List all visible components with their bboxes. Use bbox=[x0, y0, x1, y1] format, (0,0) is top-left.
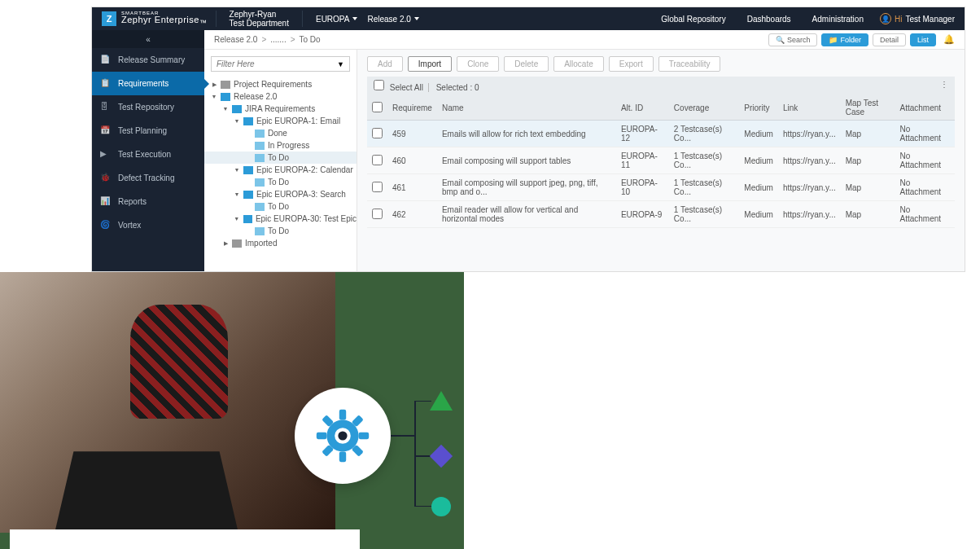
table-row[interactable]: 461 Email composing will support jpeg, p… bbox=[367, 174, 955, 201]
tree-epic-europa-3[interactable]: ▼Epic EUROPA-3: Search bbox=[204, 188, 357, 200]
sidebar-item-summary[interactable]: 📄Release Summary bbox=[92, 48, 204, 72]
nav-global-repository[interactable]: Global Repository bbox=[656, 15, 730, 24]
tree-project-requirements[interactable]: ▶Project Requirements bbox=[204, 78, 357, 90]
cell-link[interactable]: https://ryan.y... bbox=[778, 174, 841, 201]
tree-in-progress[interactable]: In Progress bbox=[204, 139, 357, 152]
repository-icon: 🗄 bbox=[100, 102, 112, 113]
col-coverage[interactable]: Coverage bbox=[669, 95, 739, 121]
import-button[interactable]: Import bbox=[408, 56, 452, 72]
row-checkbox[interactable] bbox=[372, 128, 383, 138]
cell-coverage[interactable]: 1 Testcase(s) Co... bbox=[669, 147, 739, 174]
nav-dashboards[interactable]: Dashboards bbox=[742, 15, 796, 24]
crumb-release[interactable]: Release 2.0 bbox=[214, 35, 257, 44]
cell-link[interactable]: https://ryan.y... bbox=[778, 147, 841, 174]
sidebar-item-planning[interactable]: 📅Test Planning bbox=[92, 119, 204, 143]
col-priority[interactable]: Priority bbox=[739, 95, 778, 121]
select-all-checkbox[interactable] bbox=[374, 80, 384, 90]
col-attachment[interactable]: Attachment bbox=[895, 95, 955, 121]
cell-coverage[interactable]: 1 Testcase(s) Co... bbox=[669, 201, 739, 228]
more-icon[interactable]: ⋮ bbox=[940, 80, 948, 89]
sidebar-item-vortex[interactable]: 🌀Vortex bbox=[92, 213, 204, 237]
user-hi: Hi bbox=[895, 15, 902, 24]
bell-icon[interactable]: 🔔 bbox=[943, 34, 955, 45]
cell-coverage[interactable]: 2 Testcase(s) Co... bbox=[669, 121, 739, 147]
nav-administration[interactable]: Administration bbox=[807, 15, 868, 24]
cell-coverage[interactable]: 1 Testcase(s) Co... bbox=[669, 174, 739, 201]
sidebar-collapse[interactable]: « bbox=[92, 30, 204, 48]
decorative-photo bbox=[0, 272, 335, 533]
cell-link[interactable]: https://ryan.y... bbox=[778, 201, 841, 228]
tree-to-do[interactable]: To Do bbox=[204, 152, 357, 164]
col-altid[interactable]: Alt. ID bbox=[616, 95, 669, 121]
allocate-button[interactable]: Allocate bbox=[553, 56, 604, 72]
filter-input[interactable] bbox=[217, 59, 337, 68]
delete-button[interactable]: Delete bbox=[504, 56, 549, 72]
row-checkbox[interactable] bbox=[372, 182, 383, 192]
sidebar-item-execution[interactable]: ▶Test Execution bbox=[92, 143, 204, 166]
tree-epic-europa-2[interactable]: ▼Epic EUROPA-2: Calendar bbox=[204, 164, 357, 176]
tree-imported[interactable]: ▶Imported bbox=[204, 237, 357, 249]
cell-map[interactable]: Map bbox=[841, 201, 895, 228]
row-checkbox[interactable] bbox=[372, 155, 383, 165]
cell-attachment[interactable]: No Attachment bbox=[895, 174, 955, 201]
col-name[interactable]: Name bbox=[437, 95, 616, 121]
cell-name[interactable]: Email reader will allow for vertical and… bbox=[437, 201, 616, 228]
project-name: Zephyr-Ryan bbox=[230, 10, 289, 19]
row-checkbox[interactable] bbox=[372, 209, 383, 219]
traceability-button[interactable]: Traceability bbox=[658, 56, 721, 72]
defect-icon: 🐞 bbox=[100, 173, 112, 184]
cell-req: 461 bbox=[387, 174, 437, 201]
cell-name[interactable]: Email composing will support tables bbox=[437, 147, 616, 174]
cell-attachment[interactable]: No Attachment bbox=[895, 121, 955, 147]
cell-link[interactable]: https://ryan.y... bbox=[778, 121, 841, 147]
user-menu[interactable]: 👤 Hi Test Manager bbox=[880, 13, 955, 24]
nav-europa[interactable]: EUROPA bbox=[311, 15, 363, 24]
vortex-icon: 🌀 bbox=[100, 220, 112, 231]
add-button[interactable]: Add bbox=[367, 56, 403, 72]
tree-epic-europa-30[interactable]: ▼Epic EUROPA-30: Test Epic bbox=[204, 213, 357, 225]
cell-name[interactable]: Email composing will support jpeg, png, … bbox=[437, 174, 616, 201]
status-icon bbox=[255, 178, 265, 187]
cell-req: 460 bbox=[387, 147, 437, 174]
table-row[interactable]: 460 Email composing will support tables … bbox=[367, 147, 955, 174]
summary-icon: 📄 bbox=[100, 55, 112, 66]
cell-name[interactable]: Emails will allow for rich text embeddin… bbox=[437, 121, 616, 147]
tree-done[interactable]: Done bbox=[204, 127, 357, 139]
tree-todo-3[interactable]: To Do bbox=[204, 200, 357, 213]
brand-logo[interactable]: Z SMARTBEAR Zephyr Enterprise™ bbox=[102, 11, 208, 27]
tree-todo-2[interactable]: To Do bbox=[204, 176, 357, 188]
clone-button[interactable]: Clone bbox=[457, 56, 499, 72]
svg-rect-4 bbox=[359, 433, 370, 439]
crumb-mid[interactable]: ....... bbox=[270, 35, 286, 44]
col-link[interactable]: Link bbox=[778, 95, 841, 121]
tree-epic-europa-1[interactable]: ▼Epic EUROPA-1: Email bbox=[204, 115, 357, 127]
table-row[interactable]: 462 Email reader will allow for vertical… bbox=[367, 201, 955, 228]
list-button[interactable]: List bbox=[910, 33, 936, 46]
filter-icon[interactable]: ▼ bbox=[337, 60, 344, 68]
cell-attachment[interactable]: No Attachment bbox=[895, 201, 955, 228]
cell-map[interactable]: Map bbox=[841, 147, 895, 174]
search-button[interactable]: 🔍Search bbox=[768, 33, 818, 46]
sidebar-item-requirements[interactable]: 📋Requirements bbox=[92, 72, 204, 95]
col-map[interactable]: Map Test Case bbox=[841, 95, 895, 121]
project-selector[interactable]: Zephyr-Ryan Test Department bbox=[225, 10, 294, 28]
tree-release[interactable]: ▼Release 2.0 bbox=[204, 90, 357, 103]
table-row[interactable]: 459 Emails will allow for rich text embe… bbox=[367, 121, 955, 147]
jira-icon bbox=[232, 105, 242, 113]
sidebar-item-reports[interactable]: 📊Reports bbox=[92, 190, 204, 213]
select-all-label[interactable]: Select All bbox=[390, 83, 429, 92]
nav-release[interactable]: Release 2.0 bbox=[362, 15, 423, 24]
header-checkbox[interactable] bbox=[372, 102, 383, 112]
detail-button[interactable]: Detail bbox=[873, 33, 906, 46]
tree-todo-30[interactable]: To Do bbox=[204, 225, 357, 237]
cell-map[interactable]: Map bbox=[841, 121, 895, 147]
cell-map[interactable]: Map bbox=[841, 174, 895, 201]
folder-button[interactable]: 📁Folder bbox=[821, 33, 868, 46]
export-button[interactable]: Export bbox=[609, 56, 654, 72]
sidebar-item-repository[interactable]: 🗄Test Repository bbox=[92, 95, 204, 119]
tree-jira-requirements[interactable]: ▼JIRA Requirements bbox=[204, 103, 357, 115]
cell-attachment[interactable]: No Attachment bbox=[895, 147, 955, 174]
sidebar-item-defect[interactable]: 🐞Defect Tracking bbox=[92, 166, 204, 190]
col-requirement[interactable]: Requireme bbox=[387, 95, 437, 121]
cell-priority: Medium bbox=[739, 174, 778, 201]
